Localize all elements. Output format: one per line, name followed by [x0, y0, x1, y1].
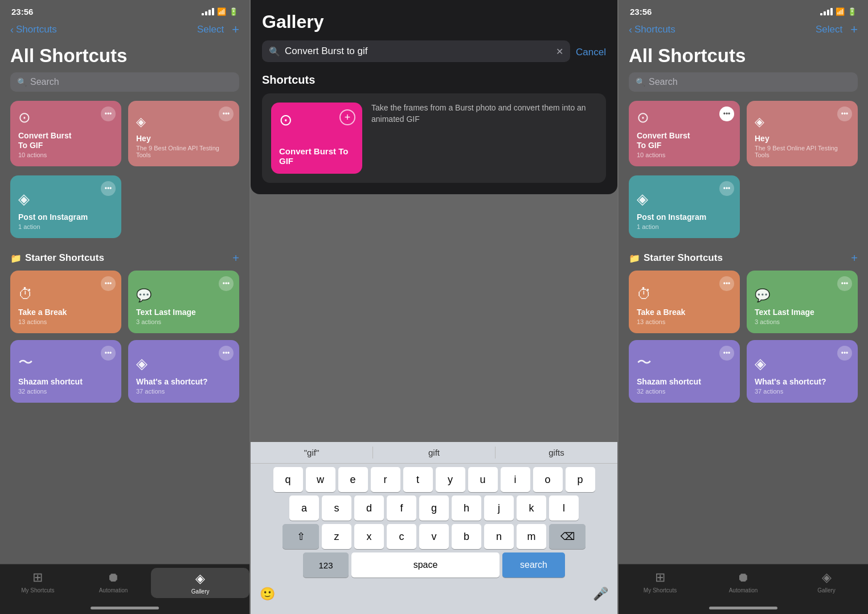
shortcut-card-hey-left[interactable]: ••• ◈ Hey The 9 Best Online API Testing …: [128, 101, 239, 166]
key-r[interactable]: r: [371, 467, 400, 492]
autocomplete-bar[interactable]: "gif" gift gifts: [251, 442, 617, 464]
shortcut-whats-right[interactable]: ••• ◈ What's a shortcut? 37 actions: [747, 340, 858, 403]
battery-icon: 🔋: [229, 7, 238, 16]
key-delete[interactable]: ⌫: [549, 524, 586, 549]
key-n[interactable]: n: [484, 524, 514, 549]
mic-button[interactable]: 🎤: [593, 587, 608, 601]
autocomplete-gifts[interactable]: gifts: [496, 447, 617, 459]
shortcut-card-hey-right[interactable]: ••• ◈ Hey The 9 Best Online API Testing …: [747, 101, 858, 166]
tab-gallery-right[interactable]: ◈ Gallery: [785, 570, 868, 593]
add-shortcut-button-right[interactable]: +: [850, 22, 858, 37]
key-o[interactable]: o: [533, 467, 563, 492]
tab-gallery-left[interactable]: ◈ Gallery: [151, 568, 249, 598]
key-j[interactable]: j: [484, 496, 514, 521]
shortcut-whats-left[interactable]: ••• ◈ What's a shortcut? 37 actions: [128, 340, 239, 403]
key-s[interactable]: s: [322, 496, 351, 521]
section-title-left: Starter Shortcuts: [25, 252, 104, 264]
search-bar-left[interactable]: 🔍 Search: [10, 72, 239, 92]
tab-automation-right[interactable]: ⏺ Automation: [702, 570, 785, 593]
key-shift[interactable]: ⇧: [282, 524, 319, 549]
add-section-button-right[interactable]: +: [851, 252, 858, 265]
back-button-left[interactable]: ‹ Shortcuts: [10, 24, 57, 36]
tab-automation-left[interactable]: ⏺ Automation: [76, 570, 152, 593]
key-a[interactable]: a: [289, 496, 319, 521]
result-card-add-button[interactable]: +: [339, 109, 355, 125]
shortcut-shazam-right[interactable]: ••• 〜 Shazam shortcut 32 actions: [629, 340, 740, 403]
key-space[interactable]: space: [351, 552, 499, 578]
tab-my-shortcuts-right[interactable]: ⊞ My Shortcuts: [619, 570, 702, 593]
signal-bar-r3: [827, 10, 829, 15]
key-q[interactable]: q: [273, 467, 303, 492]
add-section-button-left[interactable]: +: [232, 252, 239, 265]
gallery-search-bar[interactable]: 🔍 ✕: [262, 40, 570, 62]
shortcut-take-break-left[interactable]: ••• ⏱ Take a Break 13 actions: [10, 271, 121, 333]
key-k[interactable]: k: [517, 496, 546, 521]
time-right: 23:56: [630, 7, 652, 17]
key-v[interactable]: v: [419, 524, 449, 549]
key-m[interactable]: m: [517, 524, 546, 549]
time-left: 23:56: [11, 7, 33, 17]
card-title-instagram-right: Post on Instagram: [637, 212, 732, 222]
key-e[interactable]: e: [338, 467, 368, 492]
shortcut-text-last-left[interactable]: ••• 💬 Text Last Image 3 actions: [128, 271, 239, 333]
keyboard[interactable]: "gif" gift gifts q w e r t y u i o p a s…: [251, 442, 617, 614]
key-f[interactable]: f: [387, 496, 416, 521]
key-numbers[interactable]: 123: [303, 552, 349, 578]
autocomplete-gift[interactable]: gift: [373, 447, 496, 459]
key-g[interactable]: g: [419, 496, 449, 521]
tab-icon-automation-right: ⏺: [737, 570, 750, 585]
card-title-hey-left: Hey: [136, 134, 231, 144]
home-indicator-right: [709, 607, 777, 609]
icon-whats-right: ◈: [755, 355, 850, 373]
add-shortcut-button-left[interactable]: +: [232, 22, 239, 37]
key-l[interactable]: l: [549, 496, 579, 521]
key-w[interactable]: w: [306, 467, 335, 492]
status-icons-right: 📶 🔋: [820, 7, 857, 16]
gallery-cancel-button[interactable]: Cancel: [576, 47, 606, 58]
select-button-left[interactable]: Select: [197, 24, 224, 35]
keyboard-bottom-bar: 🙂 🎤: [251, 582, 617, 608]
tab-icon-shortcuts-left: ⊞: [32, 570, 43, 585]
key-d[interactable]: d: [354, 496, 384, 521]
gallery-search-clear-button[interactable]: ✕: [556, 46, 563, 57]
gallery-search-input[interactable]: [285, 46, 551, 57]
key-search[interactable]: search: [502, 552, 565, 578]
title-text-last-right: Text Last Image: [755, 308, 850, 317]
title-take-break-right: Take a Break: [637, 308, 732, 317]
key-u[interactable]: u: [468, 467, 498, 492]
signal-bar-4: [212, 8, 214, 15]
shortcut-card-convert-burst-left[interactable]: ••• ⊙ Convert BurstTo GIF 10 actions: [10, 101, 121, 166]
select-button-right[interactable]: Select: [816, 24, 842, 35]
card-subtitle-convert-burst-left: 10 actions: [18, 152, 113, 158]
signal-bar-r1: [820, 13, 822, 15]
autocomplete-gif-quoted[interactable]: "gif": [251, 447, 373, 459]
left-phone: 23:56 📶 🔋 ‹ Shortcuts Select + All Short…: [0, 0, 251, 614]
shortcut-text-last-right[interactable]: ••• 💬 Text Last Image 3 actions: [747, 271, 858, 333]
key-z[interactable]: z: [322, 524, 351, 549]
key-i[interactable]: i: [501, 467, 530, 492]
key-x[interactable]: x: [354, 524, 384, 549]
key-c[interactable]: c: [387, 524, 416, 549]
shortcut-card-instagram-left[interactable]: ••• ◈ Post on Instagram 1 action: [10, 175, 121, 238]
back-label-right: Shortcuts: [634, 24, 675, 35]
center-panel: Gallery 🔍 ✕ Cancel Shortcuts ⊙ + Convert…: [251, 0, 617, 614]
key-h[interactable]: h: [452, 496, 481, 521]
key-t[interactable]: t: [403, 467, 433, 492]
shortcut-shazam-left[interactable]: ••• 〜 Shazam shortcut 32 actions: [10, 340, 121, 403]
tab-my-shortcuts-left[interactable]: ⊞ My Shortcuts: [0, 570, 76, 593]
key-b[interactable]: b: [452, 524, 481, 549]
search-bar-right[interactable]: 🔍 Search: [629, 72, 858, 92]
key-p[interactable]: p: [566, 467, 595, 492]
shortcut-result-item[interactable]: ⊙ + Convert Burst To GIF Take the frames…: [262, 93, 606, 183]
card-icon-hey-left: ◈: [136, 114, 231, 129]
shortcuts-grid-right: ••• ⊙ Convert BurstTo GIF 10 actions •••…: [619, 101, 868, 175]
shortcut-take-break-right[interactable]: ••• ⏱ Take a Break 13 actions: [629, 271, 740, 333]
key-y[interactable]: y: [436, 467, 465, 492]
card-title-convert-burst-right: Convert BurstTo GIF: [637, 131, 732, 150]
emoji-button[interactable]: 🙂: [260, 587, 275, 601]
shortcut-card-instagram-right[interactable]: ••• ◈ Post on Instagram 1 action: [629, 175, 740, 238]
shortcut-card-convert-burst-right[interactable]: ••• ⊙ Convert BurstTo GIF 10 actions: [629, 101, 740, 166]
result-card[interactable]: ⊙ + Convert Burst To GIF: [271, 103, 362, 174]
subtitle-whats-left: 37 actions: [136, 388, 231, 395]
back-button-right[interactable]: ‹ Shortcuts: [629, 24, 675, 36]
